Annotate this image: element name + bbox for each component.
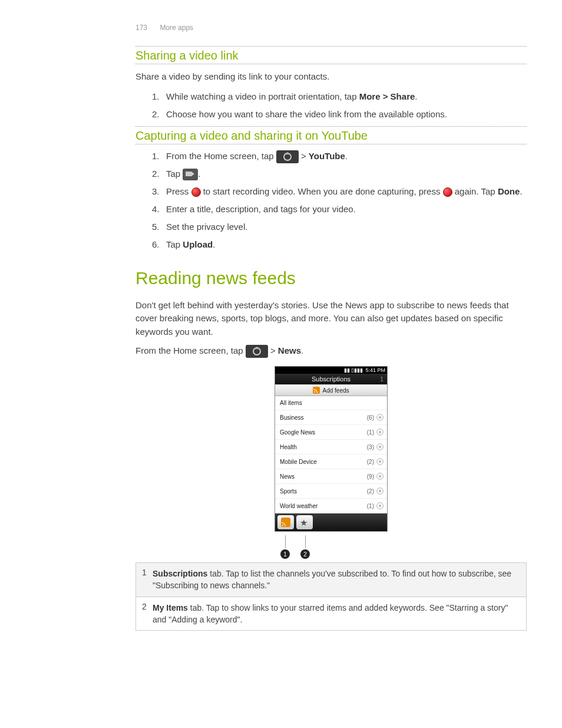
step-item: Press to start recording video. When you… (152, 185, 527, 199)
clock-text: 5:41 PM (365, 367, 385, 373)
signal-icon: ▮▮ (344, 367, 350, 373)
steps-capturing: From the Home screen, tap > YouTube. Tap… (152, 149, 527, 252)
heading-reading-news: Reading news feeds (135, 268, 527, 288)
list-item[interactable]: Google News (1) (275, 425, 387, 440)
list-item[interactable]: Health (3) (275, 440, 387, 454)
phone-screenshot: ▮▮ ▯▮▮▮ 5:41 PM Subscriptions 1 Add feed… (275, 366, 388, 532)
heading-sharing-video-link: Sharing a video link (135, 47, 527, 64)
step-item: Choose how you want to share the video l… (152, 107, 527, 121)
chevron-right-icon (376, 429, 384, 436)
list-item-all[interactable]: All items (275, 396, 387, 410)
signal-bars-icon: ▯▮▮▮ (351, 367, 363, 373)
leader-line (285, 535, 286, 548)
star-icon: ★ (300, 518, 309, 527)
bottom-tabs: ★ (275, 513, 387, 531)
rss-icon (313, 387, 320, 394)
list-item[interactable]: News (9) (275, 469, 387, 484)
chevron-right-icon (376, 487, 384, 495)
open-news: From the Home screen, tap > News. (135, 344, 527, 358)
legend-table: 1 Subscriptions tab. Tap to list the cha… (135, 562, 527, 631)
add-feeds-button[interactable]: Add feeds (275, 384, 387, 396)
tab-my-items[interactable]: ★ (296, 515, 313, 529)
step-item: Set the privacy level. (152, 220, 527, 234)
camcorder-icon (183, 169, 198, 180)
apps-icon (246, 345, 268, 358)
chevron-right-icon (376, 502, 384, 509)
list-item[interactable]: World weather (1) (275, 499, 387, 513)
step-item: While watching a video in portrait orien… (152, 90, 527, 104)
table-row: 1 Subscriptions tab. Tap to list the cha… (136, 563, 526, 597)
apps-icon (276, 150, 299, 163)
callout-badge-2: 2 (300, 549, 310, 559)
page-header: 173 More apps (135, 24, 527, 32)
tab-subscriptions[interactable] (277, 515, 294, 529)
list-item[interactable]: Business (6) (275, 410, 387, 425)
list-item[interactable]: Sports (2) (275, 484, 387, 499)
page-number: 173 (135, 24, 147, 32)
title-label: Subscriptions (312, 375, 351, 383)
title-bar: Subscriptions 1 (275, 374, 387, 384)
callout-badge-1: 1 (280, 549, 290, 559)
rss-icon (281, 518, 290, 527)
intro-text: Share a video by sending its link to you… (135, 70, 527, 84)
record-icon (443, 187, 452, 197)
list-item[interactable]: Mobile Device (2) (275, 454, 387, 469)
page-section: More apps (160, 24, 193, 32)
status-bar: ▮▮ ▯▮▮▮ 5:41 PM (275, 367, 387, 374)
record-icon (191, 187, 201, 197)
intro-news: Don't get left behind with yesterday's s… (135, 299, 527, 339)
chevron-right-icon (376, 414, 384, 421)
chevron-right-icon (376, 473, 384, 480)
table-row: 2 My Items tab. Tap to show links to you… (136, 597, 526, 631)
leader-line (305, 535, 306, 548)
divider (135, 64, 527, 64)
callout-pointers: 1 2 (135, 535, 527, 559)
divider (135, 144, 527, 144)
title-count: 1 (380, 375, 384, 383)
chevron-right-icon (376, 443, 384, 450)
add-feeds-label: Add feeds (322, 387, 349, 394)
step-item: From the Home screen, tap > YouTube. (152, 149, 527, 163)
step-item: Tap . (152, 167, 527, 181)
steps-sharing: While watching a video in portrait orien… (152, 90, 527, 121)
feed-list: All items Business (6) Google News (1) H… (275, 396, 387, 513)
chevron-right-icon (376, 458, 384, 465)
heading-capturing-youtube: Capturing a video and sharing it on YouT… (135, 127, 527, 144)
step-item: Tap Upload. (152, 238, 527, 252)
step-item: Enter a title, description, and tags for… (152, 202, 527, 216)
